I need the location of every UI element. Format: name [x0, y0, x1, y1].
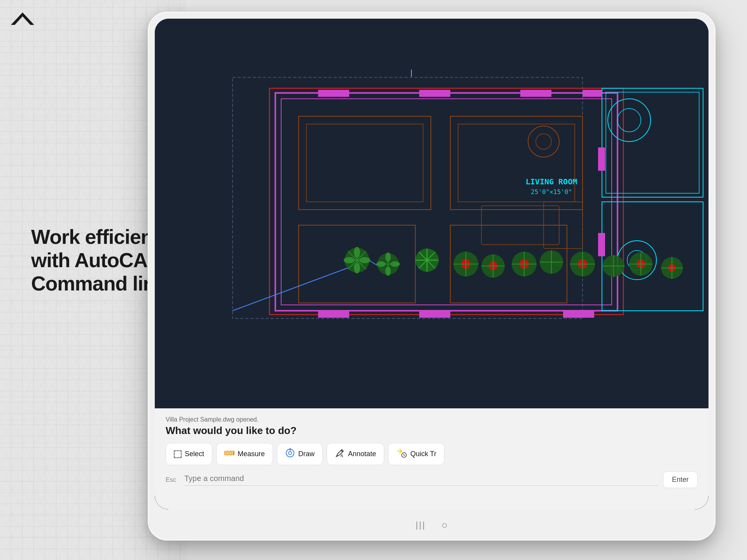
command-buttons-row: Select [166, 443, 698, 465]
measure-label: Measure [238, 450, 265, 458]
heading-line3: Command line [31, 272, 166, 295]
command-prompt-text: What would you like to do? [166, 425, 698, 437]
autodesk-logo [11, 11, 34, 26]
draw-icon [285, 448, 295, 460]
svg-rect-23 [419, 90, 450, 97]
svg-point-46 [390, 261, 400, 267]
draw-button[interactable]: Draw [277, 443, 323, 465]
svg-line-98 [403, 454, 405, 456]
svg-rect-26 [318, 311, 349, 318]
draw-label: Draw [298, 450, 315, 458]
tablet-screen: LIVING ROOM 25'0"×15'0" [155, 19, 709, 509]
annotate-button[interactable]: A Annotate [327, 443, 384, 465]
svg-point-41 [354, 262, 360, 273]
svg-point-45 [385, 252, 391, 262]
svg-marker-0 [11, 12, 34, 25]
svg-point-40 [344, 257, 355, 263]
select-button[interactable]: Select [166, 443, 212, 465]
annotate-icon: A [335, 448, 345, 460]
room-size: 25'0"×15'0" [531, 188, 572, 196]
svg-point-94 [289, 448, 291, 450]
quicktr-icon [396, 448, 407, 460]
svg-point-39 [359, 257, 370, 263]
esc-key-label: Esc [166, 476, 180, 483]
svg-rect-28 [563, 311, 594, 318]
tablet-device: LIVING ROOM 25'0"×15'0" [148, 12, 716, 541]
svg-rect-25 [583, 90, 602, 97]
tablet-bottom-bar: ||| ○ [148, 509, 716, 541]
home-button[interactable]: ○ [441, 519, 448, 531]
svg-rect-29 [598, 147, 605, 171]
command-input[interactable] [184, 474, 658, 486]
command-input-wrapper [184, 474, 658, 486]
svg-point-93 [289, 452, 292, 455]
select-label: Select [185, 450, 204, 458]
svg-point-48 [385, 266, 391, 276]
measure-button[interactable]: Measure [216, 443, 273, 465]
home-indicator-lines: ||| [416, 520, 426, 530]
svg-text:A: A [340, 453, 343, 458]
svg-point-47 [376, 261, 386, 267]
enter-button[interactable]: Enter [663, 471, 698, 488]
svg-rect-24 [520, 90, 551, 97]
file-status-text: Villa Project Sample.dwg opened. [166, 416, 698, 423]
svg-rect-27 [419, 311, 450, 318]
command-input-row: Esc Enter [166, 471, 698, 488]
measure-icon [224, 449, 234, 459]
room-label: LIVING ROOM [526, 177, 577, 186]
quicktr-label: Quick Tr [410, 450, 436, 458]
command-panel: Villa Project Sample.dwg opened. What wo… [155, 408, 709, 509]
svg-rect-30 [598, 233, 605, 256]
annotate-label: Annotate [348, 450, 376, 458]
select-icon [174, 450, 182, 458]
svg-rect-22 [318, 90, 349, 97]
quicktransform-button[interactable]: Quick Tr [388, 443, 444, 465]
svg-point-38 [354, 247, 360, 258]
